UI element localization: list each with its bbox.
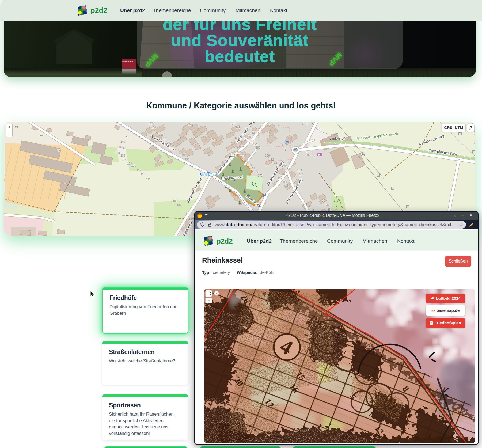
svg-text:156: 156 xyxy=(244,159,248,162)
svg-text:200: 200 xyxy=(248,135,252,138)
svg-text:196: 196 xyxy=(250,139,255,142)
svg-text:157: 157 xyxy=(312,154,317,158)
svg-text:11: 11 xyxy=(278,124,281,128)
svg-text:161: 161 xyxy=(226,157,231,160)
svg-text:172: 172 xyxy=(258,174,263,177)
svg-text:▲ ▲: ▲ ▲ xyxy=(333,200,339,203)
svg-text:165: 165 xyxy=(237,151,242,154)
svg-text:117: 117 xyxy=(137,169,141,172)
svg-text:111: 111 xyxy=(146,177,150,181)
svg-text:4: 4 xyxy=(306,122,308,125)
svg-text:124: 124 xyxy=(162,137,167,141)
svg-text:192: 192 xyxy=(253,143,258,146)
svg-text:149: 149 xyxy=(120,140,125,143)
svg-text:▲: ▲ xyxy=(335,204,338,207)
svg-text:P: P xyxy=(285,140,289,146)
svg-text:1: 1 xyxy=(284,148,286,151)
svg-text:169: 169 xyxy=(188,123,193,126)
svg-text:15a: 15a xyxy=(245,127,250,130)
svg-text:9: 9 xyxy=(274,132,275,136)
svg-text:130: 130 xyxy=(151,126,156,129)
svg-text:120: 120 xyxy=(285,184,290,187)
svg-text:163: 163 xyxy=(297,169,302,172)
svg-text:133: 133 xyxy=(120,154,125,157)
svg-text:100: 100 xyxy=(282,164,287,167)
svg-text:110: 110 xyxy=(180,153,185,157)
svg-text:127: 127 xyxy=(121,158,126,161)
svg-text:153: 153 xyxy=(306,153,311,157)
svg-text:151: 151 xyxy=(124,135,129,138)
svg-text:132: 132 xyxy=(148,122,153,125)
svg-text:26: 26 xyxy=(327,208,331,211)
svg-text:104: 104 xyxy=(285,168,290,171)
svg-text:107: 107 xyxy=(177,203,181,207)
svg-text:160: 160 xyxy=(247,163,252,166)
svg-text:118: 118 xyxy=(170,145,175,148)
svg-text:3: 3 xyxy=(281,144,283,147)
svg-text:30: 30 xyxy=(322,199,325,202)
svg-text:112: 112 xyxy=(278,177,282,180)
svg-text:165: 165 xyxy=(299,173,304,176)
svg-text:93: 93 xyxy=(15,125,18,128)
svg-text:6: 6 xyxy=(302,122,304,126)
svg-text:87: 87 xyxy=(57,149,60,152)
svg-text:169: 169 xyxy=(236,126,240,129)
svg-text:109: 109 xyxy=(173,199,177,203)
svg-text:13a: 13a xyxy=(252,131,256,134)
svg-text:110: 110 xyxy=(280,173,285,176)
svg-text:126: 126 xyxy=(159,133,164,136)
svg-text:101: 101 xyxy=(189,218,193,221)
svg-text:174: 174 xyxy=(276,165,280,168)
svg-text:168: 168 xyxy=(254,170,259,174)
svg-text:143: 143 xyxy=(121,146,126,150)
svg-text:115: 115 xyxy=(141,173,145,176)
svg-text:P: P xyxy=(263,193,266,198)
svg-text:169: 169 xyxy=(293,183,298,187)
svg-text:188: 188 xyxy=(256,146,260,149)
svg-text:152: 152 xyxy=(240,155,244,158)
svg-text:120a: 120a xyxy=(165,141,172,144)
svg-text:105: 105 xyxy=(183,211,188,215)
svg-text:165a: 165a xyxy=(237,145,244,148)
svg-text:182: 182 xyxy=(269,158,274,161)
svg-text:106: 106 xyxy=(185,157,189,160)
svg-text:Lindenhof: Lindenhof xyxy=(329,136,344,141)
svg-text:167: 167 xyxy=(296,179,301,182)
svg-text:171: 171 xyxy=(230,122,235,126)
svg-text:Rheinkassel: Rheinkassel xyxy=(199,173,218,177)
svg-text:116: 116 xyxy=(175,149,180,152)
svg-text:186: 186 xyxy=(265,154,270,157)
svg-text:28: 28 xyxy=(325,203,329,207)
svg-text:165b: 165b xyxy=(233,136,240,140)
svg-text:178: 178 xyxy=(272,161,277,165)
svg-text:116: 116 xyxy=(283,180,287,183)
svg-text:163: 163 xyxy=(232,154,237,157)
svg-text:121: 121 xyxy=(131,164,136,167)
svg-text:173: 173 xyxy=(302,202,307,205)
svg-text:164: 164 xyxy=(250,167,255,170)
svg-text:91: 91 xyxy=(40,133,43,136)
svg-text:P: P xyxy=(293,147,297,152)
svg-text:7: 7 xyxy=(276,136,278,140)
svg-text:139: 139 xyxy=(115,151,120,154)
